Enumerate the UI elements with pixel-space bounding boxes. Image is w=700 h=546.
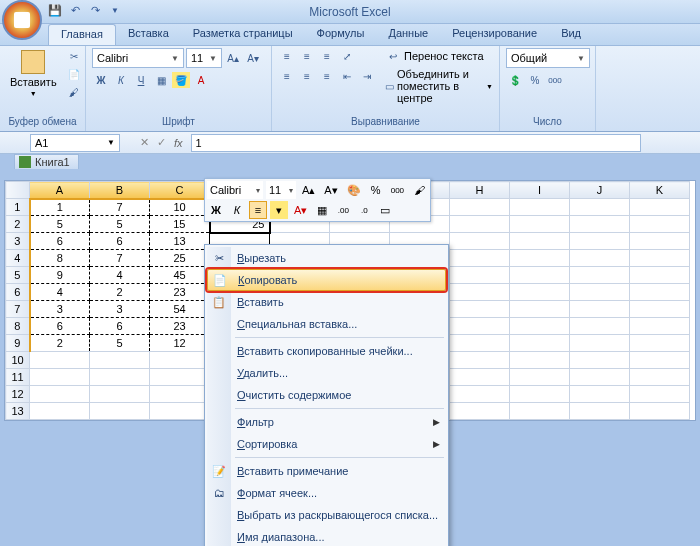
row-header[interactable]: 8: [6, 318, 30, 335]
column-header[interactable]: B: [90, 182, 150, 199]
mini-merge[interactable]: ▭: [376, 201, 394, 219]
cell[interactable]: [510, 267, 570, 284]
cell[interactable]: [630, 301, 690, 318]
copy-icon[interactable]: 📄: [65, 66, 83, 82]
column-header[interactable]: K: [630, 182, 690, 199]
mini-bold[interactable]: Ж: [207, 201, 225, 219]
format-painter-icon[interactable]: 🖌: [65, 84, 83, 100]
column-header[interactable]: C: [150, 182, 210, 199]
tab-data[interactable]: Данные: [376, 24, 440, 45]
cell[interactable]: [570, 199, 630, 216]
cell[interactable]: 4: [90, 267, 150, 284]
cut-icon[interactable]: ✂: [65, 48, 83, 64]
cell[interactable]: 23: [150, 284, 210, 301]
align-right-icon[interactable]: ≡: [318, 68, 336, 84]
align-middle-icon[interactable]: ≡: [298, 48, 316, 64]
cell[interactable]: [630, 233, 690, 250]
cell[interactable]: [30, 352, 90, 369]
column-header[interactable]: I: [510, 182, 570, 199]
cell[interactable]: [630, 352, 690, 369]
cell[interactable]: [570, 301, 630, 318]
border-button[interactable]: ▦: [152, 72, 170, 88]
tab-review[interactable]: Рецензирование: [440, 24, 549, 45]
mini-decrease-decimal[interactable]: .0: [355, 201, 373, 219]
redo-icon[interactable]: ↷: [88, 3, 102, 17]
row-header[interactable]: 3: [6, 233, 30, 250]
cell[interactable]: [630, 335, 690, 352]
row-header[interactable]: 13: [6, 403, 30, 420]
cell[interactable]: [90, 386, 150, 403]
cell[interactable]: [30, 403, 90, 420]
cell[interactable]: 1: [30, 199, 90, 216]
menu-item[interactable]: Выбрать из раскрывающегося списка...: [207, 504, 446, 526]
mini-style-icon[interactable]: 🎨: [344, 181, 364, 199]
cell[interactable]: [450, 301, 510, 318]
cell[interactable]: 5: [90, 335, 150, 352]
row-header[interactable]: 9: [6, 335, 30, 352]
cell[interactable]: [570, 216, 630, 233]
mini-grow-font[interactable]: A▴: [299, 181, 318, 199]
cell[interactable]: [450, 233, 510, 250]
shrink-font-icon[interactable]: A▾: [244, 50, 262, 66]
mini-font-color[interactable]: A▾: [291, 201, 310, 219]
cell[interactable]: [450, 284, 510, 301]
cell[interactable]: [510, 216, 570, 233]
paste-button[interactable]: Вставить ▼: [6, 48, 61, 99]
underline-button[interactable]: Ч: [132, 72, 150, 88]
cell[interactable]: [150, 352, 210, 369]
cell[interactable]: [630, 267, 690, 284]
mini-shrink-font[interactable]: A▾: [321, 181, 340, 199]
cell[interactable]: 13: [150, 233, 210, 250]
formula-input[interactable]: 1: [191, 134, 641, 152]
row-header[interactable]: 7: [6, 301, 30, 318]
comma-style-icon[interactable]: 000: [546, 72, 564, 88]
enter-icon[interactable]: ✓: [157, 136, 166, 149]
align-top-icon[interactable]: ≡: [278, 48, 296, 64]
align-bottom-icon[interactable]: ≡: [318, 48, 336, 64]
column-header[interactable]: J: [570, 182, 630, 199]
menu-item[interactable]: Удалить...: [207, 362, 446, 384]
cell[interactable]: [150, 403, 210, 420]
mini-size-combo[interactable]: 11▾: [266, 181, 296, 199]
italic-button[interactable]: К: [112, 72, 130, 88]
cell[interactable]: [450, 352, 510, 369]
font-color-button[interactable]: A: [192, 72, 210, 88]
cell[interactable]: [510, 335, 570, 352]
cancel-icon[interactable]: ✕: [140, 136, 149, 149]
font-size-combo[interactable]: 11▼: [186, 48, 222, 68]
cell[interactable]: [630, 216, 690, 233]
cell[interactable]: [570, 250, 630, 267]
column-header[interactable]: A: [30, 182, 90, 199]
cell[interactable]: [510, 301, 570, 318]
cell[interactable]: 6: [30, 318, 90, 335]
cell[interactable]: [150, 386, 210, 403]
tab-page-layout[interactable]: Разметка страницы: [181, 24, 305, 45]
cell[interactable]: [90, 369, 150, 386]
mini-center[interactable]: ≡: [249, 201, 267, 219]
row-header[interactable]: 6: [6, 284, 30, 301]
name-box[interactable]: A1▼: [30, 134, 120, 152]
cell[interactable]: [30, 369, 90, 386]
menu-item[interactable]: Очистить содержимое: [207, 384, 446, 406]
fill-color-button[interactable]: 🪣: [172, 72, 190, 88]
cell[interactable]: [570, 386, 630, 403]
cell[interactable]: [30, 386, 90, 403]
cell[interactable]: [630, 318, 690, 335]
cell[interactable]: [510, 403, 570, 420]
mini-font-combo[interactable]: Calibri▾: [207, 181, 263, 199]
cell[interactable]: [510, 386, 570, 403]
cell[interactable]: [570, 403, 630, 420]
menu-item[interactable]: 🗂Формат ячеек...: [207, 482, 446, 504]
bold-button[interactable]: Ж: [92, 72, 110, 88]
tab-view[interactable]: Вид: [549, 24, 593, 45]
align-center-icon[interactable]: ≡: [298, 68, 316, 84]
cell[interactable]: [510, 284, 570, 301]
cell[interactable]: [450, 250, 510, 267]
number-format-combo[interactable]: Общий▼: [506, 48, 590, 68]
menu-item[interactable]: Вставить скопированные ячейки...: [207, 340, 446, 362]
indent-increase-icon[interactable]: ⇥: [358, 68, 376, 84]
mini-comma[interactable]: 000: [388, 181, 407, 199]
merge-center-button[interactable]: ▭Объединить и поместить в центре▼: [384, 68, 493, 104]
cell[interactable]: 8: [30, 250, 90, 267]
orientation-icon[interactable]: ⤢: [338, 48, 356, 64]
